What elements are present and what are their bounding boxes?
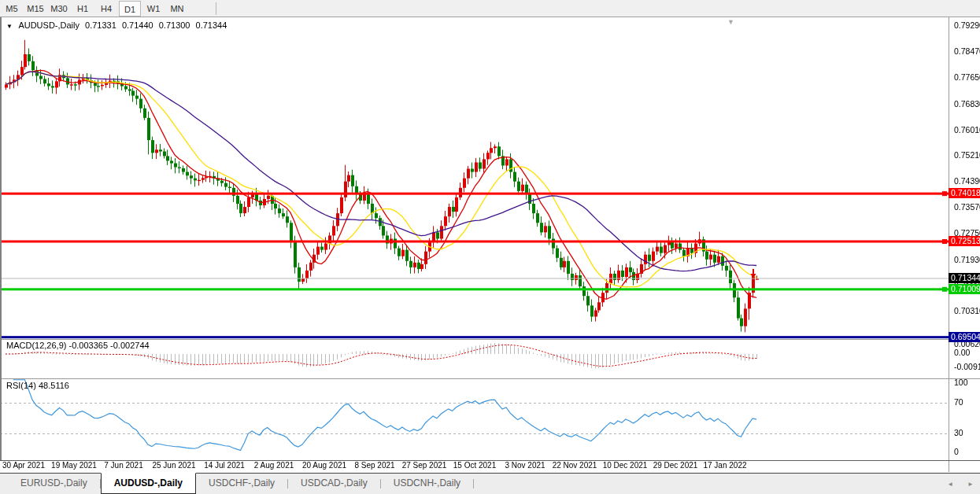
rsi-axis-100: 100 [954, 378, 968, 387]
timeframe-button-mn[interactable]: MN [166, 1, 188, 17]
date-label: 10 Dec 2021 [603, 461, 648, 470]
chart-symbol-label: AUDUSD-,Daily [18, 20, 80, 30]
toolbar-divider [216, 2, 216, 15]
price-tick: 0.76010 [954, 125, 980, 135]
date-label: 8 Sep 2021 [354, 461, 394, 470]
date-label: 2 Aug 2021 [254, 461, 294, 470]
price-tick: 0.78470 [954, 46, 980, 56]
price-tick: 0.71930 [954, 255, 980, 264]
tab-usdchf-daily[interactable]: USDCHF-,Daily [196, 474, 287, 494]
tab-scroll-arrows: ◄ ► [947, 481, 974, 488]
timeframe-button-m15[interactable]: M15 [24, 1, 46, 17]
rsi-value: 48.5116 [39, 381, 69, 390]
date-label: 15 Oct 2021 [453, 461, 496, 470]
chart-title: ▼ AUDUSD-,Daily 0.71331 0.71440 0.71300 … [6, 20, 230, 30]
date-label: 20 Aug 2021 [302, 461, 346, 470]
price-tick: 0.77650 [954, 72, 980, 82]
tab-scroll-left-icon[interactable]: ◄ [947, 481, 953, 488]
tab-eurusd-daily[interactable]: EURUSD-,Daily [8, 474, 100, 494]
ohlc-close-value: 0.71344 [196, 20, 227, 30]
timeframe-button-h1[interactable]: H1 [72, 1, 94, 17]
date-label: 17 Jan 2022 [703, 461, 746, 470]
price-label-resistance-2: 0.72513 [949, 236, 980, 246]
price-tick: 0.73570 [954, 202, 980, 212]
rsi-indicator-label: RSI(14) 48.5116 [6, 381, 69, 390]
macd-name: MACD(12,26,9) [6, 341, 66, 350]
tab-usdcnh-daily[interactable]: USDCNH-,Daily [381, 474, 473, 494]
price-tick: 0.76830 [954, 99, 980, 109]
timeframe-button-d1[interactable]: D1 [119, 1, 141, 17]
rsi-axis-70: 70 [954, 397, 963, 407]
date-label: 19 May 2021 [51, 461, 97, 470]
date-label: 30 Apr 2021 [2, 461, 45, 470]
timeframe-button-m30[interactable]: M30 [48, 1, 70, 17]
date-label: 7 Jun 2021 [104, 461, 143, 470]
price-label-current: 0.71344 [949, 273, 980, 283]
tab-usdcad-daily[interactable]: USDCAD-,Daily [288, 474, 380, 494]
date-label: 29 Dec 2021 [653, 461, 698, 470]
macd-axis-min: -0.009197 [954, 362, 980, 371]
price-axis: 0.79290 0.78470 0.77650 0.76830 0.76010 … [949, 17, 980, 472]
rsi-name: RSI(14) [6, 381, 36, 390]
macd-axis-zero: 0.00 [954, 348, 970, 357]
timeframe-button-h4[interactable]: H4 [95, 1, 117, 17]
price-tick: 0.75210 [954, 150, 980, 160]
date-label: 3 Nov 2021 [505, 461, 545, 470]
rsi-axis-0: 0 [954, 447, 959, 456]
price-chart-canvas[interactable] [0, 0, 980, 494]
price-label-support: 0.71009 [949, 284, 980, 294]
price-tick: 0.79290 [954, 20, 980, 30]
ohlc-open-value: 0.71331 [85, 20, 116, 30]
ohlc-low-value: 0.71300 [159, 20, 190, 30]
macd-values: -0.003365 -0.002744 [68, 341, 149, 350]
date-label: 27 Sep 2021 [402, 461, 447, 470]
price-label-resistance-1: 0.74018 [949, 188, 980, 198]
rsi-axis-30: 30 [954, 428, 963, 437]
tab-separator [473, 479, 474, 488]
timeframe-button-w1[interactable]: W1 [142, 1, 165, 17]
date-axis: 30 Apr 2021 19 May 2021 7 Jun 2021 25 Ju… [0, 461, 949, 472]
price-tick: 0.74390 [954, 176, 980, 186]
symbol-tab-bar: EURUSD-,Daily AUDUSD-,Daily USDCHF-,Dail… [0, 473, 980, 494]
macd-indicator-label: MACD(12,26,9) -0.003365 -0.002744 [6, 341, 150, 350]
date-label: 25 Jun 2021 [152, 461, 195, 470]
timeframe-toolbar: M5 M15 M30 H1 H4 D1 W1 MN [0, 0, 980, 17]
timeframe-button-m5[interactable]: M5 [1, 1, 23, 17]
tab-scroll-right-icon[interactable]: ► [967, 481, 974, 488]
chart-dropdown-icon[interactable]: ▼ [6, 23, 13, 30]
chart-shift-marker-icon[interactable]: ▼ [727, 18, 734, 26]
tab-audusd-daily[interactable]: AUDUSD-,Daily [101, 473, 196, 494]
price-tick: 0.70310 [954, 306, 980, 315]
date-label: 22 Nov 2021 [553, 461, 597, 470]
trading-terminal-window: M5 M15 M30 H1 H4 D1 W1 MN ▼ AUDUSD-,Dail… [0, 0, 980, 494]
date-label: 14 Jul 2021 [204, 461, 245, 470]
price-label-lower: 0.69504 [949, 332, 980, 342]
ohlc-high-value: 0.71440 [122, 20, 153, 30]
